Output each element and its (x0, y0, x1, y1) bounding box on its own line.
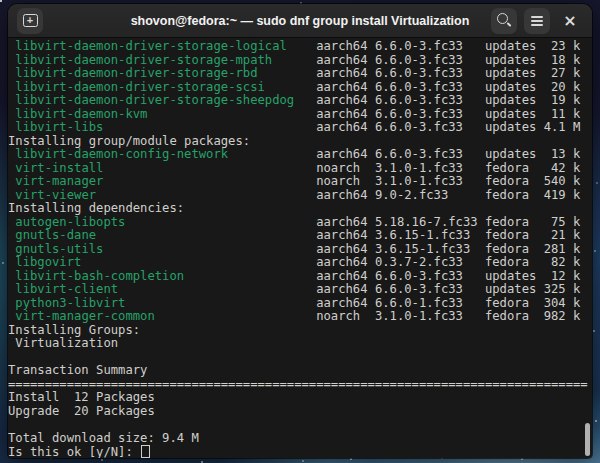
scrollbar-thumb[interactable] (585, 423, 590, 456)
terminal-line: gnutls-dane aarch64 3.6.15-1.fc33 fedora… (8, 229, 592, 243)
search-icon (497, 13, 508, 24)
terminal-line: Upgrade 20 Packages (8, 405, 592, 419)
terminal-line: python3-libvirt aarch64 6.6.0-1.fc33 fed… (8, 297, 592, 311)
terminal-line: ========================================… (8, 378, 592, 392)
terminal-line: Total download size: 9.4 M (8, 432, 592, 446)
terminal-window: + shovon@fedora:~ — sudo dnf group insta… (8, 4, 592, 458)
terminal-line: virt-install noarch 3.1.0-1.fc33 fedora … (8, 162, 592, 176)
close-button[interactable]: × (557, 8, 583, 34)
window-title: shovon@fedora:~ — sudo dnf group install… (131, 14, 470, 28)
terminal-line: libvirt-daemon-driver-storage-scsi aarch… (8, 81, 592, 95)
menu-button[interactable] (524, 8, 550, 34)
terminal-line: virt-manager-common noarch 3.1.0-1.fc33 … (8, 310, 592, 324)
terminal-line (8, 418, 592, 432)
close-icon: × (563, 13, 576, 29)
terminal-line: libvirt-daemon-driver-storage-sheepdog a… (8, 94, 592, 108)
terminal-line: libvirt-daemon-driver-storage-mpath aarc… (8, 54, 592, 68)
terminal-line: libvirt-bash-completion aarch64 6.6.0-3.… (8, 270, 592, 284)
terminal-line: libvirt-daemon-driver-storage-logical aa… (8, 40, 592, 54)
terminal-cursor (141, 445, 150, 458)
terminal-line: Installing group/module packages: (8, 135, 592, 149)
terminal-line: libvirt-daemon-driver-storage-rbd aarch6… (8, 67, 592, 81)
titlebar-actions: × (491, 8, 583, 34)
terminal-line: autogen-libopts aarch64 5.18.16-7.fc33 f… (8, 216, 592, 230)
titlebar: + shovon@fedora:~ — sudo dnf group insta… (8, 4, 592, 38)
terminal-line: libgovirt aarch64 0.3.7-2.fc33 fedora 82… (8, 256, 592, 270)
terminal-line: Installing dependencies: (8, 202, 592, 216)
hamburger-menu-icon (531, 20, 543, 22)
terminal-line: Installing Groups: (8, 324, 592, 338)
search-button[interactable] (491, 8, 517, 34)
terminal-line: libvirt-client aarch64 6.6.0-3.fc33 upda… (8, 283, 592, 297)
terminal-line: Transaction Summary (8, 364, 592, 378)
wallpaper-stars (0, 0, 2, 2)
terminal-line: virt-viewer aarch64 9.0-2.fc33 fedora 41… (8, 189, 592, 203)
terminal-line: virt-manager noarch 3.1.0-1.fc33 fedora … (8, 175, 592, 189)
terminal-line: Install 12 Packages (8, 391, 592, 405)
terminal-output[interactable]: libvirt-daemon-driver-storage-logical aa… (8, 38, 592, 458)
terminal-line: libvirt-daemon-kvm aarch64 6.6.0-3.fc33 … (8, 108, 592, 122)
terminal-line: libvirt-libs aarch64 6.6.0-3.fc33 update… (8, 121, 592, 135)
terminal-line (8, 351, 592, 365)
terminal-line: gnutls-utils aarch64 3.6.15-1.fc33 fedor… (8, 243, 592, 257)
terminal-line: Is this ok [y/N]: (8, 445, 592, 458)
terminal-line: libvirt-daemon-config-network aarch64 6.… (8, 148, 592, 162)
terminal-line: Virtualization (8, 337, 592, 351)
new-tab-icon: + (23, 14, 38, 27)
new-tab-button[interactable]: + (17, 8, 43, 34)
